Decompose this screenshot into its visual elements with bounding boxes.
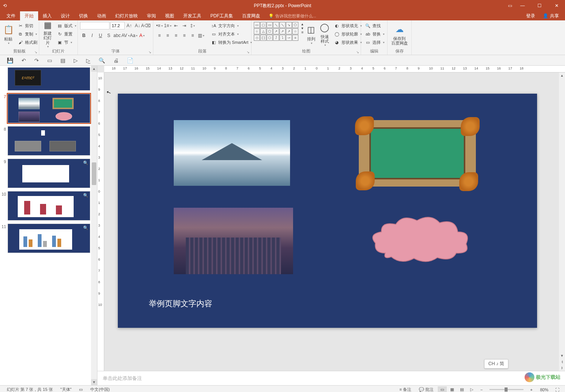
shape-fill-button[interactable]: ◐形状填充▾ xyxy=(332,22,363,29)
save-icon[interactable]: 💾 xyxy=(7,57,13,63)
thumbnail-slide-10[interactable]: 10 🔍 xyxy=(2,191,90,221)
paragraph-dialog-launcher[interactable]: ↘ xyxy=(247,50,250,54)
signin-button[interactable]: 登录 xyxy=(523,13,538,19)
align-center-icon[interactable]: ≡ xyxy=(164,32,171,39)
change-case-icon[interactable]: Aa▾ xyxy=(130,32,137,39)
minimize-button[interactable]: — xyxy=(514,0,531,11)
ime-indicator[interactable]: CH ♪ 简 xyxy=(484,359,508,369)
slideshow-view-icon[interactable]: ▷ xyxy=(467,386,476,392)
from-current-icon[interactable]: ▷̲ xyxy=(86,57,90,63)
drawing-dialog-launcher[interactable]: ↘ xyxy=(356,50,360,54)
arrange-button[interactable]: ◫ 排列▾ xyxy=(305,22,317,47)
tab-insert[interactable]: 插入 xyxy=(38,11,56,20)
slide-footer-text[interactable]: 举例页脚文字内容 xyxy=(149,298,212,309)
save-baidu-button[interactable]: ☁ 保存到 百度网盘 xyxy=(390,22,409,47)
text-direction-button[interactable]: ↕A文字方向▾ xyxy=(209,22,253,29)
align-text-button[interactable]: ▭对齐文本▾ xyxy=(209,30,253,38)
slide-canvas[interactable]: 举例页脚文字内容 xyxy=(118,94,537,328)
tab-developer[interactable]: 开发工具 xyxy=(179,11,206,20)
close-button[interactable]: ✕ xyxy=(548,0,565,11)
notes-pane[interactable]: 单击此处添加备注 CH ♪ 简 xyxy=(97,371,565,385)
thumbnail-slide-8[interactable]: 8 xyxy=(2,126,90,156)
font-color-icon[interactable]: A▾ xyxy=(138,32,146,39)
share-button[interactable]: 👤共享 xyxy=(540,13,562,19)
scroll-down-icon[interactable]: ▼ xyxy=(559,353,565,359)
new-slide-button[interactable]: ▦ 新建 幻灯片 ▾ xyxy=(42,22,54,47)
tab-slideshow[interactable]: 幻灯片放映 xyxy=(111,11,142,20)
clipboard-dialog-launcher[interactable]: ↘ xyxy=(34,50,38,54)
bold-icon[interactable]: B xyxy=(80,32,88,39)
gallery-more-icon[interactable]: ≡ xyxy=(301,30,304,34)
numbering-icon[interactable]: 1≡▾ xyxy=(164,22,171,29)
tab-transitions[interactable]: 切换 xyxy=(74,11,93,20)
thumbnail-slide-9[interactable]: 9 🔍 xyxy=(2,159,90,188)
status-theme[interactable]: "天体" xyxy=(57,387,76,392)
image-chalkboard[interactable] xyxy=(359,120,476,187)
shape-outline-button[interactable]: ◯形状轮廓▾ xyxy=(332,30,363,38)
replace-button[interactable]: ab替换▾ xyxy=(363,30,386,38)
select-button[interactable]: ▭选择▾ xyxy=(363,39,386,46)
find-button[interactable]: 🔍查找 xyxy=(363,22,386,29)
thumbnail-scrollbar[interactable]: ▲ ▼ xyxy=(91,66,97,385)
next-slide-icon[interactable]: ⦊ xyxy=(559,365,565,371)
gallery-more-icon[interactable]: ▴ xyxy=(301,22,303,26)
paste-button[interactable]: 📋 粘贴 ▾ xyxy=(2,22,14,47)
scroll-up-icon[interactable]: ▲ xyxy=(91,66,97,72)
align-left-icon[interactable]: ≡ xyxy=(156,32,163,39)
thumbnail-slide-7[interactable]: 7 xyxy=(2,94,90,123)
tab-view[interactable]: 视图 xyxy=(161,11,179,20)
print-icon[interactable]: 🖨 xyxy=(113,57,119,63)
tab-animations[interactable]: 动画 xyxy=(93,11,111,20)
zoom-out-icon[interactable]: − xyxy=(477,386,486,392)
font-name-input[interactable] xyxy=(80,22,110,29)
quick-style-button[interactable]: ◯ 快速样式▾ xyxy=(319,22,331,47)
zoom-slider[interactable] xyxy=(489,389,523,390)
ribbon-display-options-icon[interactable]: ▭ xyxy=(508,3,512,8)
status-spellcheck-icon[interactable]: ▭ xyxy=(75,387,86,392)
thumbnail-slide-6[interactable]: ε=mc² xyxy=(2,67,90,91)
shadow-icon[interactable]: abc xyxy=(113,32,121,39)
decrease-indent-icon[interactable]: ⇤ xyxy=(172,22,180,29)
tab-pdftools[interactable]: PDF工具集 xyxy=(206,11,238,20)
gallery-more-icon[interactable]: ▾ xyxy=(301,26,303,30)
tab-design[interactable]: 设计 xyxy=(56,11,74,20)
char-spacing-icon[interactable]: AV▾ xyxy=(122,32,129,39)
export-icon[interactable]: 📄 xyxy=(127,57,133,63)
format-painter-button[interactable]: 🖌格式刷 xyxy=(16,39,39,46)
section-button[interactable]: ▣节▾ xyxy=(55,39,78,46)
from-beginning-icon[interactable]: ▷ xyxy=(74,57,78,63)
image-cityscape[interactable] xyxy=(174,208,293,274)
columns-icon[interactable]: ▥▾ xyxy=(197,32,205,39)
chevron-down-icon[interactable]: ▾ xyxy=(8,42,9,45)
tab-baidu[interactable]: 百度网盘 xyxy=(238,11,265,20)
zoom-icon[interactable]: 🔍 xyxy=(99,57,105,63)
line-spacing-icon[interactable]: ‡▾ xyxy=(189,22,196,29)
zoom-in-icon[interactable]: + xyxy=(527,386,536,392)
clear-format-icon[interactable]: A⌫ xyxy=(142,22,150,29)
fit-window-icon[interactable]: ⛶ xyxy=(553,386,562,392)
shape-cloud[interactable] xyxy=(370,215,471,264)
underline-icon[interactable]: U xyxy=(97,32,104,39)
tab-home[interactable]: 开始 xyxy=(20,11,38,20)
zoom-level[interactable]: 80% xyxy=(536,387,552,392)
tab-review[interactable]: 审阅 xyxy=(142,11,161,20)
normal-view-icon[interactable]: ▭ xyxy=(438,386,447,392)
comments-toggle[interactable]: 💬 批注 xyxy=(415,387,437,392)
reading-view-icon[interactable]: ▤ xyxy=(457,386,466,392)
font-dialog-launcher[interactable]: ↘ xyxy=(148,50,152,54)
shapes-gallery[interactable]: ▭▢▭＼＼↘⬠ ○△⬠↗↗↗☆ ◇{ }⬡⤴⤵⤻≡ xyxy=(254,22,298,41)
convert-smartart-button[interactable]: ◧转换为 SmartArt▾ xyxy=(209,39,253,46)
increase-font-icon[interactable]: A↑ xyxy=(125,22,133,29)
sorter-view-icon[interactable]: ▦ xyxy=(448,386,457,392)
italic-icon[interactable]: I xyxy=(88,32,96,39)
copy-button[interactable]: ⧉复制▾ xyxy=(16,30,39,38)
align-right-icon[interactable]: ≡ xyxy=(172,32,180,39)
qat-icon[interactable]: ▤ xyxy=(60,57,65,63)
thumbnail-slide-11[interactable]: 11 🔍 xyxy=(2,224,90,253)
distribute-icon[interactable]: ≡ xyxy=(189,32,196,39)
font-size-input[interactable] xyxy=(110,22,125,29)
scroll-down-icon[interactable]: ▼ xyxy=(91,379,97,385)
justify-icon[interactable]: ≡ xyxy=(181,32,188,39)
touch-mode-icon[interactable]: ▭ xyxy=(47,57,52,63)
prev-slide-icon[interactable]: ⦉ xyxy=(559,359,565,365)
